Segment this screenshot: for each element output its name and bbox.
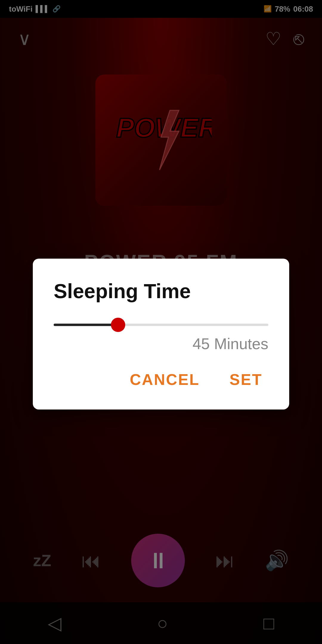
slider-value-label: 45 Minutes — [54, 335, 268, 353]
sleep-timer-slider-container — [54, 323, 268, 326]
set-button[interactable]: SET — [224, 365, 268, 394]
dialog-buttons: CANCEL SET — [54, 365, 268, 394]
cancel-button[interactable]: CANCEL — [124, 365, 206, 394]
sleeping-time-dialog: Sleeping Time 45 Minutes CANCEL SET — [33, 258, 289, 409]
dialog-title: Sleeping Time — [54, 279, 268, 303]
